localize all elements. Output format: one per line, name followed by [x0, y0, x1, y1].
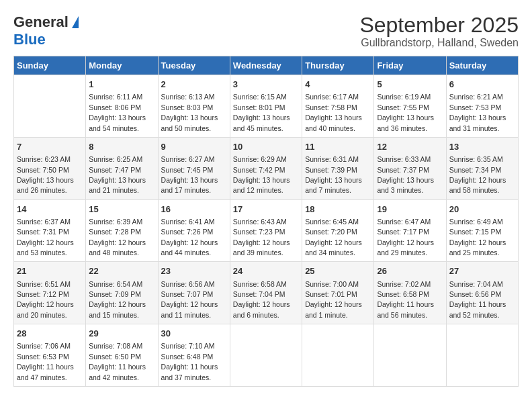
day-info: Sunrise: 6:25 AM Sunset: 7:47 PM Dayligh… [89, 155, 146, 194]
day-info: Sunrise: 7:00 AM Sunset: 7:01 PM Dayligh… [305, 280, 362, 319]
calendar-cell: 23Sunrise: 6:56 AM Sunset: 7:07 PM Dayli… [158, 262, 230, 324]
calendar-cell: 7Sunrise: 6:23 AM Sunset: 7:50 PM Daylig… [14, 137, 86, 199]
calendar-title: September 2025 [359, 13, 519, 37]
calendar-cell: 3Sunrise: 6:15 AM Sunset: 8:01 PM Daylig… [230, 75, 302, 138]
calendar-cell [374, 324, 446, 387]
calendar-cell: 26Sunrise: 7:02 AM Sunset: 6:58 PM Dayli… [374, 262, 446, 324]
day-info: Sunrise: 6:19 AM Sunset: 7:55 PM Dayligh… [377, 93, 434, 132]
calendar-cell: 10Sunrise: 6:29 AM Sunset: 7:42 PM Dayli… [230, 137, 302, 199]
calendar-cell: 5Sunrise: 6:19 AM Sunset: 7:55 PM Daylig… [374, 75, 446, 138]
day-number: 9 [161, 141, 227, 153]
weekday-friday: Friday [374, 56, 446, 75]
calendar-cell [302, 324, 374, 387]
calendar-cell [230, 324, 302, 387]
page-header: General Blue September 2025 Gullbrandsto… [13, 13, 519, 49]
calendar-cell: 24Sunrise: 6:58 AM Sunset: 7:04 PM Dayli… [230, 262, 302, 324]
calendar-subtitle: Gullbrandstorp, Halland, Sweden [359, 37, 519, 49]
day-info: Sunrise: 6:17 AM Sunset: 7:58 PM Dayligh… [305, 93, 362, 132]
day-info: Sunrise: 6:27 AM Sunset: 7:45 PM Dayligh… [161, 155, 218, 194]
day-number: 18 [305, 203, 371, 216]
weekday-sunday: Sunday [14, 56, 86, 75]
day-number: 3 [233, 79, 299, 91]
day-number: 30 [161, 328, 227, 340]
day-number: 23 [161, 265, 227, 277]
logo-blue-text: Blue [13, 31, 46, 48]
day-info: Sunrise: 6:33 AM Sunset: 7:37 PM Dayligh… [377, 155, 434, 194]
day-number: 24 [233, 265, 299, 277]
calendar-cell: 1Sunrise: 6:11 AM Sunset: 8:06 PM Daylig… [86, 75, 158, 138]
day-number: 29 [89, 328, 154, 340]
calendar-cell: 16Sunrise: 6:41 AM Sunset: 7:26 PM Dayli… [158, 199, 230, 262]
calendar-body: 1Sunrise: 6:11 AM Sunset: 8:06 PM Daylig… [14, 75, 519, 387]
day-number: 12 [377, 141, 443, 153]
day-number: 11 [305, 141, 371, 153]
day-info: Sunrise: 6:54 AM Sunset: 7:09 PM Dayligh… [89, 280, 146, 319]
weekday-header-row: SundayMondayTuesdayWednesdayThursdayFrid… [14, 56, 519, 75]
day-info: Sunrise: 6:51 AM Sunset: 7:12 PM Dayligh… [17, 280, 74, 319]
day-number: 21 [17, 265, 83, 277]
calendar-cell: 6Sunrise: 6:21 AM Sunset: 7:53 PM Daylig… [446, 75, 518, 138]
day-info: Sunrise: 6:58 AM Sunset: 7:04 PM Dayligh… [233, 280, 290, 319]
weekday-monday: Monday [86, 56, 158, 75]
weekday-tuesday: Tuesday [158, 56, 230, 75]
day-info: Sunrise: 6:56 AM Sunset: 7:07 PM Dayligh… [161, 280, 218, 319]
calendar-cell: 4Sunrise: 6:17 AM Sunset: 7:58 PM Daylig… [302, 75, 374, 138]
day-info: Sunrise: 6:15 AM Sunset: 8:01 PM Dayligh… [233, 93, 290, 132]
calendar-cell: 30Sunrise: 7:10 AM Sunset: 6:48 PM Dayli… [158, 324, 230, 387]
calendar-cell: 25Sunrise: 7:00 AM Sunset: 7:01 PM Dayli… [302, 262, 374, 324]
day-number: 10 [233, 141, 299, 153]
day-info: Sunrise: 6:21 AM Sunset: 7:53 PM Dayligh… [449, 93, 506, 132]
day-number: 16 [161, 203, 227, 216]
day-number: 19 [377, 203, 443, 216]
calendar-cell: 11Sunrise: 6:31 AM Sunset: 7:39 PM Dayli… [302, 137, 374, 199]
calendar-cell: 14Sunrise: 6:37 AM Sunset: 7:31 PM Dayli… [14, 199, 86, 262]
day-number: 4 [305, 79, 371, 91]
day-number: 1 [89, 79, 154, 91]
day-number: 25 [305, 265, 371, 277]
calendar-week-5: 28Sunrise: 7:06 AM Sunset: 6:53 PM Dayli… [14, 324, 519, 387]
title-block: September 2025 Gullbrandstorp, Halland, … [359, 13, 519, 49]
weekday-wednesday: Wednesday [230, 56, 302, 75]
calendar-table: SundayMondayTuesdayWednesdayThursdayFrid… [13, 56, 519, 387]
day-info: Sunrise: 7:06 AM Sunset: 6:53 PM Dayligh… [17, 342, 74, 381]
calendar-cell: 13Sunrise: 6:35 AM Sunset: 7:34 PM Dayli… [446, 137, 518, 199]
calendar-cell [14, 75, 86, 138]
day-info: Sunrise: 7:04 AM Sunset: 6:56 PM Dayligh… [449, 280, 506, 319]
day-info: Sunrise: 6:41 AM Sunset: 7:26 PM Dayligh… [161, 218, 218, 257]
calendar-cell: 15Sunrise: 6:39 AM Sunset: 7:28 PM Dayli… [86, 199, 158, 262]
day-number: 15 [89, 203, 154, 216]
calendar-cell: 18Sunrise: 6:45 AM Sunset: 7:20 PM Dayli… [302, 199, 374, 262]
day-info: Sunrise: 6:29 AM Sunset: 7:42 PM Dayligh… [233, 155, 290, 194]
logo: General Blue [13, 13, 79, 48]
calendar-week-3: 14Sunrise: 6:37 AM Sunset: 7:31 PM Dayli… [14, 199, 519, 262]
day-number: 5 [377, 79, 443, 91]
day-info: Sunrise: 6:47 AM Sunset: 7:17 PM Dayligh… [377, 218, 434, 257]
calendar-cell: 2Sunrise: 6:13 AM Sunset: 8:03 PM Daylig… [158, 75, 230, 138]
calendar-header: SundayMondayTuesdayWednesdayThursdayFrid… [14, 56, 519, 75]
calendar-week-1: 1Sunrise: 6:11 AM Sunset: 8:06 PM Daylig… [14, 75, 519, 138]
calendar-cell: 8Sunrise: 6:25 AM Sunset: 7:47 PM Daylig… [86, 137, 158, 199]
day-info: Sunrise: 6:49 AM Sunset: 7:15 PM Dayligh… [449, 218, 506, 257]
day-info: Sunrise: 6:11 AM Sunset: 8:06 PM Dayligh… [89, 93, 146, 132]
calendar-cell [446, 324, 518, 387]
day-info: Sunrise: 6:37 AM Sunset: 7:31 PM Dayligh… [17, 218, 74, 257]
day-info: Sunrise: 6:23 AM Sunset: 7:50 PM Dayligh… [17, 155, 74, 194]
day-number: 6 [449, 79, 515, 91]
weekday-saturday: Saturday [446, 56, 518, 75]
calendar-cell: 12Sunrise: 6:33 AM Sunset: 7:37 PM Dayli… [374, 137, 446, 199]
day-number: 28 [17, 328, 83, 340]
calendar-cell: 29Sunrise: 7:08 AM Sunset: 6:50 PM Dayli… [86, 324, 158, 387]
day-info: Sunrise: 6:45 AM Sunset: 7:20 PM Dayligh… [305, 218, 362, 257]
weekday-thursday: Thursday [302, 56, 374, 75]
calendar-week-4: 21Sunrise: 6:51 AM Sunset: 7:12 PM Dayli… [14, 262, 519, 324]
calendar-cell: 19Sunrise: 6:47 AM Sunset: 7:17 PM Dayli… [374, 199, 446, 262]
day-number: 27 [449, 265, 515, 277]
calendar-cell: 20Sunrise: 6:49 AM Sunset: 7:15 PM Dayli… [446, 199, 518, 262]
calendar-cell: 27Sunrise: 7:04 AM Sunset: 6:56 PM Dayli… [446, 262, 518, 324]
calendar-week-2: 7Sunrise: 6:23 AM Sunset: 7:50 PM Daylig… [14, 137, 519, 199]
calendar-cell: 21Sunrise: 6:51 AM Sunset: 7:12 PM Dayli… [14, 262, 86, 324]
day-info: Sunrise: 7:02 AM Sunset: 6:58 PM Dayligh… [377, 280, 434, 319]
calendar-cell: 9Sunrise: 6:27 AM Sunset: 7:45 PM Daylig… [158, 137, 230, 199]
day-info: Sunrise: 6:35 AM Sunset: 7:34 PM Dayligh… [449, 155, 506, 194]
day-number: 17 [233, 203, 299, 216]
